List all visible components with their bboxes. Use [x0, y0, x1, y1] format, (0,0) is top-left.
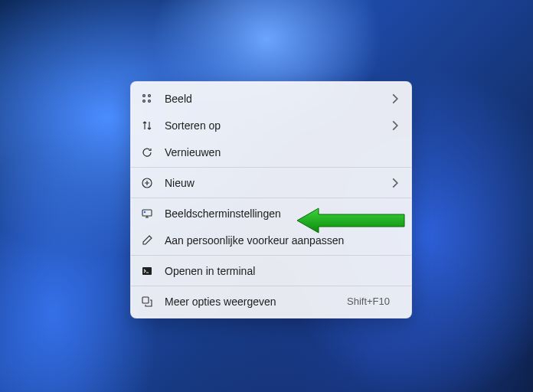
desktop-context-menu: Beeld Sorteren op Vernieuwen	[130, 81, 412, 318]
menu-item-refresh[interactable]: Vernieuwen	[131, 139, 411, 165]
menu-item-view[interactable]: Beeld	[131, 85, 411, 112]
menu-label: Sorteren op	[165, 119, 402, 132]
menu-item-new[interactable]: Nieuw	[131, 169, 411, 196]
menu-item-terminal[interactable]: Openen in terminal	[131, 257, 411, 284]
view-icon	[140, 92, 154, 106]
menu-label: Openen in terminal	[165, 265, 402, 277]
menu-item-sort[interactable]: Sorteren op	[131, 112, 411, 139]
svg-rect-7	[142, 267, 152, 275]
chevron-right-icon	[390, 120, 401, 131]
menu-item-personalize[interactable]: Aan persoonlijke voorkeur aanpassen	[131, 227, 411, 253]
sort-icon	[140, 119, 154, 132]
menu-label: Beeld	[165, 93, 402, 105]
svg-point-0	[143, 94, 146, 96]
svg-point-3	[149, 100, 151, 102]
svg-rect-5	[142, 210, 152, 216]
chevron-right-icon	[390, 178, 401, 188]
terminal-icon	[140, 264, 154, 278]
display-settings-icon	[140, 207, 154, 220]
menu-divider	[131, 286, 411, 286]
menu-item-more-options[interactable]: Meer opties weergeven Shift+F10	[131, 288, 411, 315]
svg-point-2	[143, 100, 146, 102]
chevron-right-icon	[390, 93, 401, 104]
menu-divider	[131, 167, 411, 168]
menu-divider	[131, 198, 411, 198]
menu-label: Aan persoonlijke voorkeur aanpassen	[165, 234, 402, 247]
menu-label: Meer opties weergeven	[165, 296, 347, 308]
menu-label: Vernieuwen	[165, 146, 402, 158]
menu-label: Beeldscherminstellingen	[165, 207, 402, 220]
svg-point-6	[144, 211, 146, 212]
new-icon	[140, 176, 154, 190]
menu-item-display-settings[interactable]: Beeldscherminstellingen	[131, 200, 411, 227]
personalize-icon	[140, 234, 154, 247]
svg-rect-8	[142, 297, 149, 303]
svg-point-1	[149, 94, 151, 96]
menu-divider	[131, 255, 411, 256]
menu-label: Nieuw	[165, 177, 402, 189]
refresh-icon	[140, 145, 154, 159]
menu-shortcut: Shift+F10	[347, 296, 390, 307]
more-options-icon	[140, 295, 154, 309]
